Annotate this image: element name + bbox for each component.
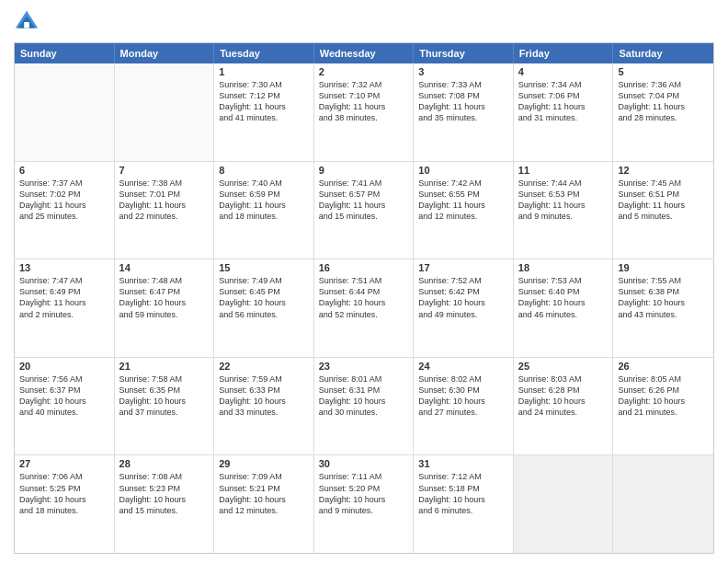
cell-info-line: Sunset: 5:20 PM: [319, 483, 409, 494]
cell-info-line: Sunset: 7:12 PM: [219, 90, 309, 101]
cell-info-line: Daylight: 11 hours: [518, 200, 609, 211]
day-number: 28: [119, 458, 210, 469]
header-cell-tuesday: Tuesday: [214, 43, 314, 63]
cell-info-line: Sunrise: 7:58 AM: [119, 373, 210, 385]
day-number: 13: [19, 262, 109, 273]
cell-info-line: Sunset: 6:28 PM: [518, 385, 609, 396]
cell-info-line: Sunrise: 7:33 AM: [418, 79, 508, 90]
cell-info-line: Daylight: 11 hours: [418, 101, 508, 112]
cell-info-line: Sunset: 5:25 PM: [19, 483, 109, 494]
day-number: 17: [418, 262, 508, 273]
header-cell-friday: Friday: [514, 43, 614, 63]
calendar-row: 13Sunrise: 7:47 AMSunset: 6:49 PMDayligh…: [15, 259, 713, 358]
cell-info-line: Sunrise: 8:01 AM: [319, 373, 409, 385]
cell-info-line: Daylight: 11 hours: [418, 200, 508, 211]
calendar-cell: 1Sunrise: 7:30 AMSunset: 7:12 PMDaylight…: [214, 63, 314, 161]
calendar-cell: [15, 63, 115, 161]
calendar-row: 20Sunrise: 7:56 AMSunset: 6:37 PMDayligh…: [15, 358, 713, 456]
calendar-cell: 11Sunrise: 7:44 AMSunset: 6:53 PMDayligh…: [514, 162, 614, 259]
calendar-row: 1Sunrise: 7:30 AMSunset: 7:12 PMDaylight…: [15, 63, 713, 162]
cell-info-line: Sunrise: 7:44 AM: [518, 178, 609, 189]
calendar-cell: 10Sunrise: 7:42 AMSunset: 6:55 PMDayligh…: [414, 162, 514, 259]
header-cell-monday: Monday: [115, 43, 215, 63]
cell-info-line: Sunset: 6:33 PM: [219, 385, 309, 396]
cell-info-line: Daylight: 10 hours: [418, 494, 508, 505]
cell-info-line: Sunset: 6:59 PM: [219, 189, 309, 200]
calendar-cell: 23Sunrise: 8:01 AMSunset: 6:31 PMDayligh…: [314, 358, 415, 455]
calendar: SundayMondayTuesdayWednesdayThursdayFrid…: [14, 42, 714, 554]
cell-info-line: Daylight: 11 hours: [319, 200, 409, 211]
day-number: 2: [319, 66, 409, 77]
day-number: 26: [618, 361, 709, 372]
calendar-cell: 7Sunrise: 7:38 AMSunset: 7:01 PMDaylight…: [115, 162, 215, 259]
cell-info-line: Sunrise: 7:52 AM: [418, 275, 508, 286]
cell-info-line: Sunrise: 7:55 AM: [618, 275, 709, 286]
cell-info-line: Daylight: 11 hours: [219, 200, 309, 211]
cell-info-line: and 35 minutes.: [418, 112, 508, 123]
cell-info-line: Daylight: 10 hours: [219, 494, 309, 505]
cell-info-line: and 18 minutes.: [219, 211, 309, 222]
cell-info-line: Sunrise: 7:30 AM: [219, 79, 309, 90]
cell-info-line: Sunset: 6:30 PM: [418, 385, 508, 396]
cell-info-line: Sunrise: 7:32 AM: [319, 79, 409, 90]
calendar-cell: 18Sunrise: 7:53 AMSunset: 6:40 PMDayligh…: [514, 259, 614, 357]
day-number: 29: [219, 458, 309, 469]
cell-info-line: Daylight: 11 hours: [518, 101, 609, 112]
header-cell-saturday: Saturday: [613, 43, 713, 63]
calendar-cell: 24Sunrise: 8:02 AMSunset: 6:30 PMDayligh…: [414, 358, 514, 455]
cell-info-line: Daylight: 10 hours: [319, 494, 409, 505]
cell-info-line: and 18 minutes.: [19, 505, 109, 516]
page: SundayMondayTuesdayWednesdayThursdayFrid…: [0, 0, 728, 563]
cell-info-line: Sunset: 6:35 PM: [119, 385, 210, 396]
day-number: 21: [119, 361, 210, 372]
cell-info-line: Daylight: 11 hours: [19, 200, 109, 211]
cell-info-line: Sunset: 6:53 PM: [518, 189, 609, 200]
day-number: 10: [418, 165, 508, 176]
cell-info-line: and 12 minutes.: [219, 505, 309, 516]
cell-info-line: Sunrise: 7:47 AM: [19, 275, 109, 286]
cell-info-line: Daylight: 10 hours: [219, 297, 309, 308]
calendar-cell: [514, 455, 614, 553]
cell-info-line: and 22 minutes.: [119, 211, 210, 222]
cell-info-line: Daylight: 11 hours: [618, 101, 709, 112]
calendar-cell: 26Sunrise: 8:05 AMSunset: 6:26 PMDayligh…: [613, 358, 713, 455]
calendar-header: SundayMondayTuesdayWednesdayThursdayFrid…: [15, 43, 713, 63]
day-number: 16: [319, 262, 409, 273]
cell-info-line: Daylight: 10 hours: [418, 297, 508, 308]
calendar-cell: 20Sunrise: 7:56 AMSunset: 6:37 PMDayligh…: [15, 358, 115, 455]
calendar-cell: 14Sunrise: 7:48 AMSunset: 6:47 PMDayligh…: [115, 259, 215, 357]
cell-info-line: Daylight: 10 hours: [418, 396, 508, 407]
cell-info-line: Sunset: 6:47 PM: [119, 286, 210, 297]
day-number: 1: [219, 66, 309, 77]
cell-info-line: Daylight: 10 hours: [19, 396, 109, 407]
cell-info-line: Daylight: 10 hours: [119, 396, 210, 407]
calendar-cell: 27Sunrise: 7:06 AMSunset: 5:25 PMDayligh…: [15, 455, 115, 553]
day-number: 11: [518, 165, 609, 176]
day-number: 15: [219, 262, 309, 273]
calendar-body: 1Sunrise: 7:30 AMSunset: 7:12 PMDaylight…: [15, 63, 713, 553]
cell-info-line: Sunset: 5:21 PM: [219, 483, 309, 494]
day-number: 4: [518, 66, 609, 77]
cell-info-line: and 38 minutes.: [319, 112, 409, 123]
cell-info-line: Sunrise: 7:45 AM: [618, 178, 709, 189]
logo: [14, 9, 43, 35]
calendar-cell: 31Sunrise: 7:12 AMSunset: 5:18 PMDayligh…: [414, 455, 514, 553]
cell-info-line: and 27 minutes.: [418, 407, 508, 418]
cell-info-line: Sunset: 6:38 PM: [618, 286, 709, 297]
day-number: 25: [518, 361, 609, 372]
cell-info-line: Daylight: 11 hours: [19, 297, 109, 308]
calendar-row: 6Sunrise: 7:37 AMSunset: 7:02 PMDaylight…: [15, 162, 713, 260]
calendar-cell: 8Sunrise: 7:40 AMSunset: 6:59 PMDaylight…: [214, 162, 314, 259]
cell-info-line: and 40 minutes.: [19, 407, 109, 418]
svg-rect-2: [24, 22, 29, 29]
day-number: 14: [119, 262, 210, 273]
cell-info-line: Sunrise: 7:38 AM: [119, 178, 210, 189]
cell-info-line: Daylight: 10 hours: [518, 297, 609, 308]
cell-info-line: Daylight: 10 hours: [618, 396, 709, 407]
cell-info-line: Sunset: 5:18 PM: [418, 483, 508, 494]
cell-info-line: Sunset: 6:49 PM: [19, 286, 109, 297]
header-cell-wednesday: Wednesday: [314, 43, 415, 63]
cell-info-line: and 37 minutes.: [119, 407, 210, 418]
cell-info-line: Sunset: 6:45 PM: [219, 286, 309, 297]
cell-info-line: and 6 minutes.: [418, 505, 508, 516]
